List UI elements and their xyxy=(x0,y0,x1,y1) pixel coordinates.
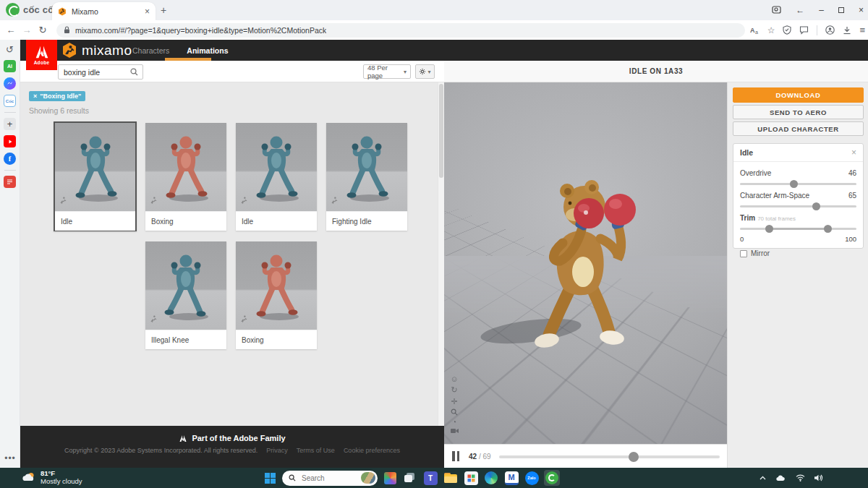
footer-link-terms[interactable]: Terms of Use xyxy=(297,447,335,454)
runner-icon xyxy=(149,195,158,208)
messenger-icon[interactable] xyxy=(4,77,16,90)
window-close-button[interactable]: × xyxy=(859,5,864,15)
coccoc-chat-icon[interactable]: Cốc xyxy=(4,95,16,107)
coccoc-logo-icon xyxy=(6,3,20,17)
download-button[interactable]: DOWNLOAD xyxy=(733,87,864,103)
animation-card[interactable]: Illegal Knee xyxy=(145,241,226,349)
facebook-icon[interactable]: f xyxy=(4,153,16,165)
zalo-app-icon[interactable]: Zalo xyxy=(524,470,540,486)
trim-start-handle[interactable] xyxy=(765,225,773,233)
armspace-label: Character Arm-Space xyxy=(740,192,809,200)
adblock-shield-icon[interactable] xyxy=(783,25,791,35)
mirror-checkbox[interactable] xyxy=(740,250,747,257)
bookmark-star-icon[interactable]: ☆ xyxy=(767,25,775,35)
start-button[interactable] xyxy=(262,470,278,486)
window-minimize-button[interactable]: – xyxy=(819,5,824,15)
upload-character-button[interactable]: UPLOAD CHARACTER xyxy=(733,121,864,136)
close-icon[interactable]: × xyxy=(851,147,856,158)
onedrive-cloud-icon[interactable] xyxy=(775,474,786,481)
add-panel-button[interactable]: + xyxy=(4,118,16,130)
current-frame: 42 xyxy=(469,453,477,461)
settings-gear-button[interactable]: ▾ xyxy=(415,64,435,79)
preview-header: IDLE ON 1A33 xyxy=(444,61,868,82)
photos-app-icon[interactable] xyxy=(382,470,398,486)
volume-icon[interactable] xyxy=(814,474,823,481)
tab-search-button[interactable] xyxy=(772,6,781,15)
profile-icon[interactable] xyxy=(825,25,835,35)
nav-animations[interactable]: Animations xyxy=(187,46,228,55)
task-view-icon[interactable] xyxy=(402,470,418,486)
animation-search-box[interactable] xyxy=(58,64,143,80)
armspace-slider[interactable] xyxy=(740,205,856,207)
wifi-icon[interactable] xyxy=(796,474,805,481)
overdrive-handle[interactable] xyxy=(790,180,798,188)
youtube-icon[interactable] xyxy=(4,135,16,147)
store-app-icon[interactable] xyxy=(463,470,479,486)
filter-tag[interactable]: × "Boxing Idle" xyxy=(29,91,85,101)
pause-button[interactable] xyxy=(452,451,461,461)
session-restore-icon[interactable]: ← xyxy=(796,5,804,15)
playback-slider[interactable] xyxy=(499,455,720,458)
downloads-icon[interactable] xyxy=(843,26,851,35)
ai-chat-icon[interactable]: AI xyxy=(4,60,16,72)
animation-card[interactable]: Idle xyxy=(236,123,317,231)
file-explorer-icon[interactable] xyxy=(443,470,459,486)
animation-search-input[interactable] xyxy=(59,68,126,77)
viewport-face-icon[interactable]: ☺ xyxy=(450,374,458,383)
animation-card[interactable]: Fighting Idle xyxy=(326,123,407,231)
preview-viewport[interactable]: ☺ ↻ ✛ ◔ xyxy=(444,82,727,444)
per-page-select[interactable]: 48 Per page ▾ xyxy=(363,64,411,79)
viewport-pan-icon[interactable]: ✛ xyxy=(451,397,457,406)
overdrive-slider[interactable] xyxy=(740,183,856,185)
taskbar-search-input[interactable] xyxy=(300,474,357,483)
window-maximize-button[interactable] xyxy=(838,7,844,13)
animation-card[interactable]: Boxing xyxy=(145,123,226,231)
remove-filter-icon[interactable]: × xyxy=(33,93,37,100)
news-icon[interactable] xyxy=(4,176,16,188)
scrollbar-thumb[interactable] xyxy=(439,84,443,178)
viewport-zoom-icon[interactable] xyxy=(451,408,458,416)
weather-widget[interactable]: 81°F Mostly cloudy xyxy=(22,469,82,485)
menu-icon[interactable]: ≡ xyxy=(859,25,865,35)
url-bar[interactable]: mixamo.com/#/?page=1&query=boxing+idle&t… xyxy=(56,23,745,38)
adobe-logo[interactable]: Adobe xyxy=(26,40,57,70)
taskbar-search[interactable] xyxy=(282,471,378,486)
history-icon[interactable]: ↺ xyxy=(6,44,14,55)
send-to-aero-button[interactable]: SEND TO AERO xyxy=(733,105,864,119)
back-button[interactable]: ← xyxy=(3,25,19,35)
divider xyxy=(817,25,817,35)
animation-card[interactable]: Boxing xyxy=(236,241,317,349)
translate-icon[interactable]: Aa xyxy=(750,26,760,35)
animation-card[interactable]: Idle xyxy=(54,121,137,231)
chat-icon[interactable] xyxy=(799,26,809,35)
teams-app-icon[interactable]: T xyxy=(422,470,438,486)
trim-slider[interactable] xyxy=(740,228,856,230)
playback-handle[interactable] xyxy=(629,452,639,462)
footer-link-cookies[interactable]: Cookie preferences xyxy=(344,447,400,454)
armspace-handle[interactable] xyxy=(812,202,820,210)
search-icon[interactable] xyxy=(126,68,142,76)
reload-button[interactable]: ↻ xyxy=(35,25,51,35)
browser-tab[interactable]: Mixamo × xyxy=(52,2,156,20)
viewport-orbit-icon[interactable]: ↻ xyxy=(451,385,457,395)
new-tab-button[interactable]: + xyxy=(161,4,166,16)
results-scrollbar[interactable] xyxy=(438,82,444,426)
trim-min-label: 0 xyxy=(740,235,744,243)
tab-close-icon[interactable]: × xyxy=(145,7,150,17)
card-thumbnail xyxy=(145,123,226,211)
mixamo-logo[interactable]: mixamo xyxy=(61,42,132,59)
coccoc-browser-icon[interactable] xyxy=(544,470,560,486)
lock-icon xyxy=(64,26,70,34)
forward-button[interactable]: → xyxy=(19,25,35,35)
edge-browser-icon[interactable] xyxy=(483,470,499,486)
trim-end-handle[interactable] xyxy=(824,225,832,233)
adobe-word: Adobe xyxy=(34,60,50,65)
windows-logo-icon xyxy=(265,473,276,484)
m-app-icon[interactable]: M xyxy=(503,470,519,486)
sidebar-more-button[interactable]: ••• xyxy=(0,453,20,463)
nav-characters[interactable]: Characters xyxy=(132,46,169,55)
viewport-camera-icon[interactable] xyxy=(451,428,459,434)
viewport-reset-icon[interactable]: ◔ xyxy=(452,418,456,426)
tray-chevron-up-icon[interactable] xyxy=(760,476,766,480)
footer-link-privacy[interactable]: Privacy xyxy=(266,447,288,454)
